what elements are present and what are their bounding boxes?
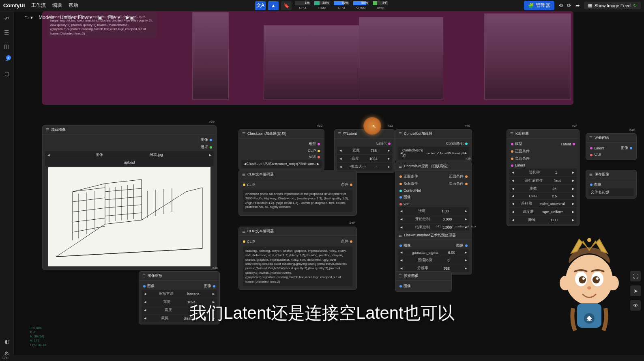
steps-input[interactable]: ◀步数25▶ [509, 185, 577, 192]
svg-line-19 [73, 226, 105, 232]
strength-input[interactable]: ◀强度1.00▶ [398, 207, 469, 215]
video-subtitle: 我们Latent还是连接空Latent也可以 [189, 302, 455, 324]
svg-point-22 [587, 238, 591, 242]
node-clip-positive[interactable]: #31 ☰CLIP文本编码器 CLIP条件 cinematic photo An… [238, 170, 357, 216]
ram-stat: 35% RAM [313, 1, 331, 10]
node-ksampler[interactable]: #34 ☰K采样器 模型Latent 正面条件 负面条件 Latent ◀随机种… [507, 129, 580, 226]
upload-button[interactable]: upload [45, 159, 214, 166]
node-controlnet-apply[interactable]: #39 ☰ControlNet应用（旧版高级） 正面条件正面条件 负面条件负面条… [395, 162, 472, 233]
prompt-textarea[interactable]: cinematic photo An artist's impression o… [243, 190, 352, 212]
svg-point-23 [597, 242, 601, 246]
svg-point-26 [579, 276, 586, 283]
seed-input[interactable]: ◀随机种1▶ [509, 169, 577, 176]
denoise-input[interactable]: ◀降噪1.00▶ [509, 216, 577, 224]
list-icon[interactable]: ☰ [4, 29, 9, 36]
method-select[interactable]: ◀缩放方法lanczos▶ [142, 290, 217, 298]
sampler-select[interactable]: ◀采样器euler_ancestral▶ [509, 200, 577, 208]
manager-button[interactable]: 🧩 管理器 [524, 1, 554, 10]
thumb-2[interactable] [264, 25, 365, 100]
prefix-input[interactable]: 文件名前缀 [588, 188, 634, 196]
folder-button[interactable]: 🗀 ▾ [24, 15, 33, 20]
fit-view-icon[interactable]: ⟳ [567, 2, 571, 9]
node-tag: #32 [350, 221, 355, 225]
width-input[interactable]: ◀宽度768▶ [337, 147, 392, 154]
image-feed-button[interactable]: ▦ Show Image Feed ↻ [584, 2, 641, 9]
nodes-icon[interactable]: ⬡ [4, 71, 9, 77]
cfg-input[interactable]: ◀CFG2.5▶ [509, 193, 577, 199]
svg-point-28 [582, 277, 585, 280]
status-text: Idle [2, 356, 9, 360]
node-empty-latent[interactable]: #33 ☰空Latent Latent ◀宽度768▶ ◀高度1024▶ ◀批次… [334, 129, 395, 173]
node-tag: #38 [213, 266, 218, 270]
svg-line-18 [73, 218, 105, 222]
share-icon[interactable]: ➦ [575, 2, 580, 9]
svg-line-8 [105, 213, 142, 216]
left-rail: ↶ ☰ ◫ ⌁4 ⬡ ◐ ⚙ [0, 11, 14, 361]
node-clip-negative[interactable]: #32 ☰CLIP文本编码器 CLIP条件 drawing, painting,… [238, 227, 357, 290]
tool-button-a[interactable]: ▲ [268, 1, 279, 10]
controlnet-select[interactable]: ◀ControlNet名称control_v11p_sd15_lineart.p… [398, 147, 469, 160]
node-tag: #30 [317, 124, 322, 128]
start-input[interactable]: ◀开始控制0.000▶ [398, 215, 469, 223]
node-tag: #34 [572, 124, 577, 128]
node-tag: #40 [465, 124, 470, 128]
status-bar: Idle [0, 355, 644, 361]
run-button[interactable]: ▶▣ [126, 15, 134, 20]
node-tag: #33 [388, 124, 393, 128]
svg-point-30 [587, 286, 591, 290]
box-icon[interactable]: ◫ [4, 43, 9, 50]
compress-input[interactable]: ◀压缩比例8▶ [398, 256, 469, 264]
cursor-icon: ↖ [372, 124, 376, 129]
node-lineart-preprocessor[interactable]: ☰LineArtStandard艺术线预处理器 图像图像 ◀guassian_s… [395, 231, 472, 275]
scheduler-select[interactable]: ◀调度器sgm_uniform▶ [509, 208, 577, 216]
node-preview-image[interactable]: #42 ☰预览图像 图像 [395, 271, 452, 292]
control-after-input[interactable]: ◀运行后操作fixed▶ [509, 177, 577, 184]
menu-help[interactable]: 帮助 [69, 2, 78, 9]
flow-name[interactable]: Untitled Flow ▾ [60, 15, 92, 20]
cpu-stat: 1% CPU [294, 1, 311, 10]
visibility-button[interactable]: 👁 [630, 300, 641, 311]
vram-stat: 85% VRAM [352, 1, 369, 10]
svg-point-27 [592, 276, 600, 283]
mascot-avatar [551, 231, 628, 337]
node-save-image[interactable]: ☰保存图像 图像 文件名前缀 [586, 170, 637, 199]
node-vae-decode[interactable]: #35 ☰VAE解码 Latent图像 VAE [586, 133, 637, 160]
node-tag: #31 [350, 164, 355, 168]
file-menu[interactable]: File ▾ [108, 15, 120, 20]
hamburger-icon[interactable]: ☰ [46, 128, 49, 132]
sigma-input[interactable]: ◀guassian_sigma6.00▶ [398, 249, 469, 256]
sketch-preview [48, 167, 210, 266]
sub-toolbar: 🗀 ▾ Models Untitled Flow ▾ ▣ File ▾ ▶▣ [24, 15, 134, 20]
node-controlnet-loader[interactable]: #40 ☰ControlNet加载器 ControlNet ◀ControlNe… [395, 129, 472, 162]
top-menubar: ComfyUI 工作流 编辑 帮助 文A ▲ 🔖 1% CPU 35% RAM … [0, 0, 644, 11]
theme-icon[interactable]: ◐ [4, 338, 9, 345]
menu-workflow[interactable]: 工作流 [31, 2, 46, 9]
node-load-image[interactable]: #29 ☰加载图像 图像 遮罩 ◀图像线稿.jpg▶ upload [42, 125, 217, 270]
bookmark-button[interactable]: 🔖 [281, 1, 292, 10]
models-button[interactable]: Models [39, 15, 54, 20]
negative-prompt-textarea[interactable]: drawing, painting, crayon, sketch, graph… [243, 246, 352, 286]
translate-button[interactable]: 文A [255, 1, 266, 10]
svg-point-31 [560, 276, 571, 290]
refresh-icon: ↻ [633, 3, 637, 8]
workflow-icon[interactable]: ⌁4 [5, 57, 9, 63]
node-tag: #42 [444, 266, 450, 270]
undo-icon[interactable]: ↶ [4, 15, 9, 22]
node-checkpoint-loader[interactable]: #30 ☰Checkpoint加载器(简易) 模型 CLIP VAE ◀Chec… [238, 129, 324, 170]
locate-button[interactable]: ➤ [630, 285, 641, 296]
file-select[interactable]: ◀图像线稿.jpg▶ [45, 151, 214, 159]
svg-line-16 [73, 198, 105, 202]
svg-point-21 [577, 242, 581, 246]
svg-line-17 [73, 208, 105, 212]
thumb-3[interactable] [359, 17, 443, 100]
height-input[interactable]: ◀高度1024▶ [337, 155, 392, 162]
reset-view-icon[interactable]: ⟲ [558, 2, 563, 9]
node-tag: #35 [629, 128, 635, 132]
thumb-4[interactable] [484, 13, 571, 99]
node-tag: #39 [466, 157, 471, 160]
checkpoint-select[interactable]: ◀Checkpoint名称archhacutre_design(万能款-Yuan… [241, 160, 322, 168]
fullscreen-button[interactable]: ⛶ [630, 271, 641, 281]
menu-edit[interactable]: 编辑 [52, 2, 62, 9]
thumb-1[interactable] [192, 12, 229, 99]
save-flow-icon[interactable]: ▣ [98, 15, 102, 20]
